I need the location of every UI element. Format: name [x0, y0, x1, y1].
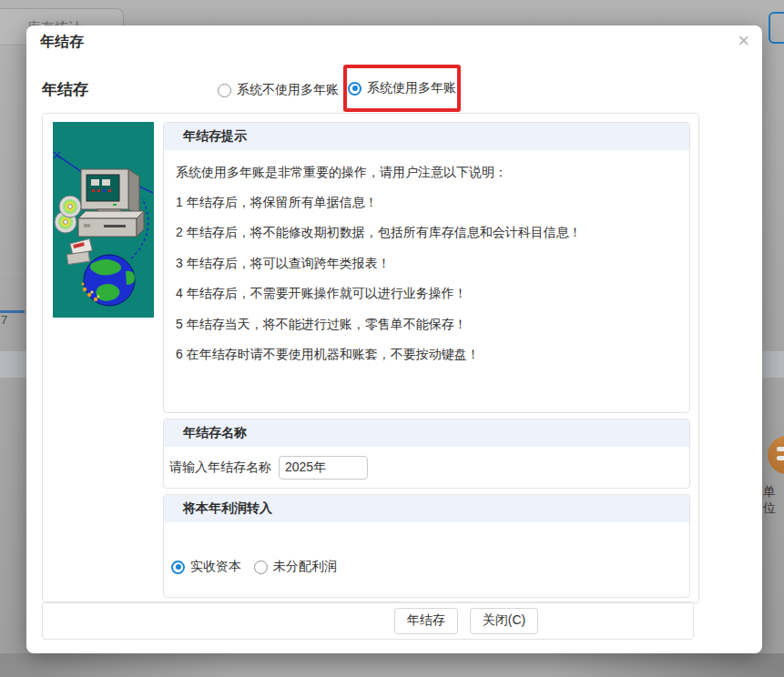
profit-section-body: 实收资本 未分配利润 [164, 522, 689, 575]
radio-selected-icon[interactable] [348, 82, 361, 96]
footer-buttons: 年结存 关闭(C) [394, 608, 538, 634]
dialog-title: 年结存 [40, 33, 84, 52]
radio-unselected-icon[interactable] [218, 84, 231, 97]
dialog-sections: 年结存提示 系统使用多年账是非常重要的操作，请用户注意以下说明： 1 年结存后，… [163, 122, 690, 598]
background-bottom-strip [0, 653, 784, 677]
background-row-divider [0, 273, 25, 274]
radio-selected-icon[interactable] [171, 561, 185, 574]
content-panel: 年结存提示 系统使用多年账是非常重要的操作，请用户注意以下说明： 1 年结存后，… [42, 113, 699, 603]
prompt-section-header: 年结存提示 [164, 123, 689, 150]
year-close-label: 年结存 [42, 79, 88, 100]
profit-section: 将本年利润转入 实收资本 未分配利润 [163, 494, 690, 598]
radio-option-label: 未分配利润 [273, 559, 337, 575]
prompt-line: 系统使用多年账是非常重要的操作，请用户注意以下说明： [176, 157, 680, 187]
prompt-line: 2 年结存后，将不能修改期初数据，包括所有库存信息和会计科目信息！ [176, 218, 680, 248]
year-close-confirm-button[interactable]: 年结存 [394, 608, 458, 634]
background-row-divider [0, 184, 25, 185]
red-highlight-box: 系统使用多年账 [343, 65, 461, 112]
screen: 库存统计 7 单位 年结存 × 年结存 系统不使用多年账 系统使用多年账 [0, 0, 784, 677]
radio-option-label: 系统使用多年账 [367, 80, 456, 96]
prompt-line: 6 在年结存时请不要使用机器和账套，不要按动键盘！ [176, 339, 680, 369]
name-section-body: 请输入年结存名称 [164, 447, 689, 480]
background-row-divider [0, 228, 25, 229]
prompt-line: 4 年结存后，不需要开账操作就可以进行业务操作！ [176, 279, 680, 309]
prompt-line: 1 年结存后，将保留所有单据信息！ [176, 187, 680, 217]
name-section-header: 年结存名称 [164, 419, 689, 447]
radio-option-no-multiyear[interactable]: 系统不使用多年账 [218, 82, 339, 98]
profit-section-header: 将本年利润转入 [164, 495, 689, 522]
radio-option-label: 实收资本 [190, 559, 241, 575]
computer-globe-illustration [53, 122, 154, 318]
close-icon[interactable]: × [738, 31, 749, 51]
close-button[interactable]: 关闭(C) [470, 608, 538, 634]
radio-unselected-icon[interactable] [254, 561, 268, 574]
background-row-marker: 7 [1, 313, 7, 327]
money-icon-bar [777, 447, 784, 451]
year-close-dialog: 年结存 × 年结存 系统不使用多年账 系统使用多年账 [26, 25, 762, 653]
prompt-line: 3 年结存后，将可以查询跨年类报表！ [176, 248, 680, 278]
background-tabbar-line [0, 45, 27, 45]
year-name-input[interactable] [279, 456, 368, 480]
background-row-divider [0, 139, 25, 140]
name-section: 年结存名称 请输入年结存名称 [163, 419, 690, 489]
radio-option-paid-in-capital[interactable]: 实收资本 [171, 559, 241, 575]
radio-option-use-multiyear[interactable]: 系统使用多年账 [348, 80, 456, 96]
money-icon-bar [777, 456, 784, 460]
year-name-input-label: 请输入年结存名称 [169, 460, 271, 476]
prompt-section-body: 系统使用多年账是非常重要的操作，请用户注意以下说明： 1 年结存后，将保留所有单… [164, 150, 689, 370]
money-icon [768, 436, 784, 474]
prompt-section: 年结存提示 系统使用多年账是非常重要的操作，请用户注意以下说明： 1 年结存后，… [163, 122, 690, 413]
dialog-footer: 年结存 关闭(C) [42, 601, 694, 640]
background-unit-label: 单位 [763, 484, 784, 517]
radio-option-undistributed-profit[interactable]: 未分配利润 [254, 559, 337, 575]
radio-option-label: 系统不使用多年账 [237, 82, 339, 98]
prompt-line: 5 年结存当天，将不能进行过账，零售单不能保存！ [176, 309, 680, 339]
background-row-divider [0, 50, 25, 51]
background-highlight-box [769, 12, 784, 44]
background-row-divider [0, 95, 25, 96]
